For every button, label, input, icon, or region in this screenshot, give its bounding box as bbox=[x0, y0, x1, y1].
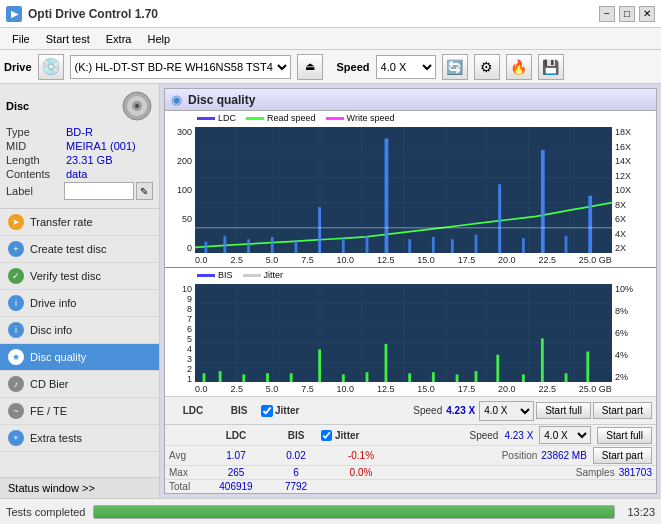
svg-rect-52 bbox=[266, 373, 269, 382]
disc-label-input[interactable] bbox=[64, 182, 134, 200]
stats-total-lbl: Total bbox=[169, 481, 201, 492]
progress-bar-fill bbox=[94, 506, 614, 518]
legend-ldc: LDC bbox=[197, 113, 236, 123]
stats-right-header: Speed 4.23 X 4.0 X bbox=[469, 426, 591, 444]
sidebar-item-fe-te[interactable]: ~ FE / TE bbox=[0, 398, 159, 425]
stats-bis-header: BIS bbox=[231, 405, 248, 416]
disc-label-edit-button[interactable]: ✎ bbox=[136, 182, 153, 200]
svg-rect-21 bbox=[295, 240, 298, 253]
xt-50: 5.0 bbox=[266, 255, 279, 265]
start-part-btn-area: Start part bbox=[593, 447, 652, 464]
sidebar-item-transfer-rate[interactable]: ➤ Transfer rate bbox=[0, 209, 159, 236]
sidebar-item-disc-info[interactable]: i Disc info bbox=[0, 317, 159, 344]
svg-rect-51 bbox=[242, 374, 245, 382]
legend-write-label: Write speed bbox=[347, 113, 395, 123]
svg-rect-49 bbox=[203, 373, 206, 382]
stats-ldc-col: LDC bbox=[169, 405, 217, 416]
svg-rect-30 bbox=[498, 184, 501, 253]
svg-point-3 bbox=[135, 104, 139, 108]
menu-start-test[interactable]: Start test bbox=[38, 31, 98, 47]
ybr-4p: 4% bbox=[615, 350, 628, 360]
jitter-check-area: Jitter bbox=[261, 405, 321, 417]
minimize-button[interactable]: − bbox=[599, 6, 615, 22]
ybl-7: 7 bbox=[187, 314, 192, 324]
drive-icon-button[interactable]: 💿 bbox=[38, 54, 64, 80]
disc-mid-field: MID MEIRA1 (001) bbox=[6, 140, 153, 152]
svg-rect-63 bbox=[522, 374, 525, 382]
jitter-checkbox2[interactable] bbox=[321, 430, 332, 441]
ybl-9: 9 bbox=[187, 294, 192, 304]
svg-rect-64 bbox=[541, 338, 544, 382]
drive-select[interactable]: (K:) HL-DT-ST BD-RE WH16NS58 TST4 bbox=[70, 55, 291, 79]
sidebar-item-verify-test-disc[interactable]: ✓ Verify test disc bbox=[0, 263, 159, 290]
start-part-button[interactable]: Start part bbox=[593, 402, 652, 419]
xb-225: 22.5 bbox=[538, 384, 556, 394]
disc-quality-title: Disc quality bbox=[188, 93, 255, 107]
stats-max-jitter: 0.0% bbox=[321, 467, 401, 478]
sidebar-label-transfer-rate: Transfer rate bbox=[30, 216, 93, 228]
save-button[interactable]: 💾 bbox=[538, 54, 564, 80]
sidebar-item-cd-bier[interactable]: ♪ CD Bier bbox=[0, 371, 159, 398]
y-axis-top-left: 300 200 100 50 0 bbox=[165, 127, 195, 253]
status-window-button[interactable]: Status window >> bbox=[0, 477, 159, 498]
eject-button[interactable]: ⏏ bbox=[297, 54, 323, 80]
svg-rect-57 bbox=[385, 344, 388, 382]
sidebar-item-disc-quality[interactable]: ★ Disc quality bbox=[0, 344, 159, 371]
sidebar-item-extra-tests[interactable]: + Extra tests bbox=[0, 425, 159, 452]
ybl-1: 1 bbox=[187, 374, 192, 384]
disc-contents-field: Contents data bbox=[6, 168, 153, 180]
stats-col-ldc: LDC bbox=[201, 430, 271, 441]
xt-150: 15.0 bbox=[417, 255, 435, 265]
sidebar-label-drive-info: Drive info bbox=[30, 297, 76, 309]
y-axis-bottom-left: 10 9 8 7 6 5 4 3 2 1 bbox=[165, 284, 195, 382]
disc-quality-header-icon: ◉ bbox=[171, 92, 182, 107]
speed-stat-select[interactable]: 4.0 X 2.0 X 8.0 X Max bbox=[479, 401, 534, 421]
disc-contents-label: Contents bbox=[6, 168, 66, 180]
cd-bier-icon: ♪ bbox=[8, 376, 24, 392]
jitter-checkbox[interactable] bbox=[261, 405, 273, 417]
ybl-2: 2 bbox=[187, 364, 192, 374]
y-label-100: 100 bbox=[177, 185, 192, 195]
x-axis-bottom: 0.0 2.5 5.0 7.5 10.0 12.5 15.0 17.5 20.0… bbox=[195, 382, 612, 396]
start-full-button[interactable]: Start full bbox=[536, 402, 591, 419]
maximize-button[interactable]: □ bbox=[619, 6, 635, 22]
ybl-10: 10 bbox=[182, 284, 192, 294]
stats-speed-select[interactable]: 4.0 X bbox=[539, 426, 591, 444]
menu-file[interactable]: File bbox=[4, 31, 38, 47]
speed-select[interactable]: 4.0 X 1.0 X 2.0 X 6.0 X 8.0 X Max bbox=[376, 55, 436, 79]
burn-button[interactable]: 🔥 bbox=[506, 54, 532, 80]
sidebar-label-extra-tests: Extra tests bbox=[30, 432, 82, 444]
ybl-5: 5 bbox=[187, 334, 192, 344]
menu-help[interactable]: Help bbox=[139, 31, 178, 47]
start-full-btn[interactable]: Start full bbox=[597, 427, 652, 444]
disc-image bbox=[121, 90, 153, 122]
stats-speed-val: 4.23 X bbox=[504, 430, 533, 441]
ybl-6: 6 bbox=[187, 324, 192, 334]
legend-ldc-label: LDC bbox=[218, 113, 236, 123]
close-button[interactable]: ✕ bbox=[639, 6, 655, 22]
y-label-300: 300 bbox=[177, 127, 192, 137]
refresh-button[interactable]: 🔄 bbox=[442, 54, 468, 80]
speed-stat-label: Speed bbox=[413, 405, 442, 416]
y-label-200: 200 bbox=[177, 156, 192, 166]
disc-mid-value: MEIRA1 (001) bbox=[66, 140, 136, 152]
yr-14x: 14X bbox=[615, 156, 631, 166]
settings-button[interactable]: ⚙ bbox=[474, 54, 500, 80]
sidebar-item-drive-info[interactable]: i Drive info bbox=[0, 290, 159, 317]
sidebar-item-create-test-disc[interactable]: + Create test disc bbox=[0, 236, 159, 263]
stats-samples-area: Samples 381703 bbox=[576, 467, 652, 478]
start-part-btn[interactable]: Start part bbox=[593, 447, 652, 464]
stats-area: LDC BIS Jitter Speed 4.23 X bbox=[165, 396, 656, 424]
disc-label-field: Label ✎ bbox=[6, 182, 153, 200]
svg-rect-25 bbox=[385, 138, 389, 253]
stats-rows: LDC BIS Jitter Speed 4.23 X 4.0 X bbox=[165, 424, 656, 493]
xt-225: 22.5 bbox=[538, 255, 556, 265]
xt-250: 25.0 GB bbox=[579, 255, 612, 265]
menu-extra[interactable]: Extra bbox=[98, 31, 140, 47]
sidebar-label-verify-test-disc: Verify test disc bbox=[30, 270, 101, 282]
content-area: ◉ Disc quality LDC Read speed bbox=[160, 84, 661, 498]
bottom-chart-plot bbox=[195, 284, 612, 382]
svg-rect-29 bbox=[475, 235, 478, 253]
bottom-chart-legend: BIS Jitter bbox=[197, 270, 283, 280]
stats-max-lbl: Max bbox=[169, 467, 201, 478]
